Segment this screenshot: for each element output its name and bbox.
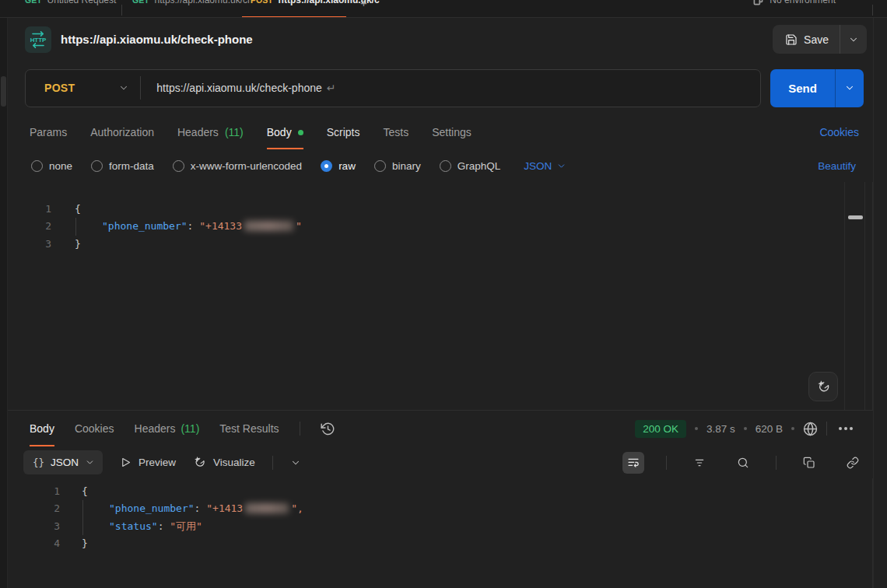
response-header: Body Cookies Headers (11) Test Results 2… [8, 410, 873, 446]
body-type-options: none form-data x-www-form-urlencoded raw… [8, 149, 873, 182]
editor-scrollbar-track[interactable] [844, 182, 865, 410]
response-history-button[interactable] [321, 422, 335, 436]
new-tab-button[interactable]: + [360, 0, 367, 9]
link-icon [847, 457, 859, 469]
response-tab-test-results[interactable]: Test Results [219, 411, 279, 446]
response-toolbar: {} JSON Preview Visualize [8, 446, 873, 478]
save-button[interactable]: Save [773, 33, 840, 46]
send-button[interactable]: Send [770, 82, 835, 95]
language-dropdown[interactable]: JSON [524, 160, 566, 172]
line-number: 4 [8, 535, 60, 552]
request-bar: POST https://api.xiaomu.uk/check-phone ↵… [8, 61, 873, 115]
filter-button[interactable] [689, 452, 710, 474]
return-glyph: ↵ [327, 82, 336, 94]
indent-guide [82, 500, 83, 535]
response-body-editor[interactable]: 1 { 2 "phone_number": "+1413", 3 "status… [8, 478, 873, 588]
response-headers-count: (11) [181, 422, 199, 435]
copy-button[interactable] [798, 452, 820, 474]
radio-x-www-form-urlencoded[interactable]: x-www-form-urlencoded [173, 160, 302, 172]
tab-headers[interactable]: Headers (11) [177, 115, 244, 149]
body-content-dot [298, 130, 303, 135]
sparkle-circle-icon [816, 380, 831, 394]
response-tab-body[interactable]: Body [30, 411, 54, 446]
line-number: 1 [8, 201, 51, 218]
line-number: 2 [8, 500, 60, 517]
request-tab-2[interactable]: GET https://api.xiaomu.uk/ch [132, 0, 253, 5]
view-options-button[interactable] [290, 457, 301, 468]
response-format-dropdown[interactable]: {} JSON [23, 450, 103, 474]
environment-selector[interactable]: No environment [753, 0, 836, 5]
request-title: https://api.xiaomu.uk/check-phone [61, 33, 763, 46]
tab-params[interactable]: Params [30, 115, 67, 149]
divider [826, 422, 827, 436]
editor-scrollbar-thumb[interactable] [848, 215, 863, 219]
panel-resize-handle[interactable] [1, 76, 6, 107]
visualize-button[interactable]: Visualize [193, 456, 255, 469]
request-pane: HTTP https://api.xiaomu.uk/check-phone S… [8, 18, 873, 588]
tab-body[interactable]: Body [267, 115, 303, 149]
play-icon [120, 457, 131, 468]
history-clock-icon [321, 422, 335, 436]
line-number: 3 [8, 518, 60, 535]
headers-count: (11) [225, 126, 244, 138]
radio-circle-selected [321, 160, 332, 172]
tab-title: https://api.xiaomu.uk/ch [155, 0, 253, 5]
input-divider [140, 76, 141, 100]
line-number: 2 [8, 218, 51, 235]
globe-icon [803, 422, 818, 436]
search-button[interactable] [732, 452, 754, 474]
word-wrap-icon [627, 457, 640, 469]
preview-button[interactable]: Preview [120, 457, 176, 468]
tab-scripts[interactable]: Scripts [327, 115, 360, 149]
code-line: 2 "phone_number": "+14133" [8, 218, 872, 235]
radio-graphql[interactable]: GraphQL [440, 160, 501, 172]
topbar-divider [872, 5, 873, 16]
divider [666, 456, 667, 470]
chevron-down-icon [85, 457, 95, 467]
tab-divider [121, 5, 122, 16]
request-tab-1[interactable]: GET Untitled Request [25, 0, 116, 5]
chevron-down-icon [290, 457, 301, 468]
http-request-icon: HTTP [25, 26, 51, 53]
radio-none[interactable]: none [31, 160, 72, 172]
cookies-link[interactable]: Cookies [819, 115, 859, 149]
save-options-button[interactable] [840, 34, 867, 45]
copy-icon [803, 457, 815, 469]
url-text[interactable]: https://api.xiaomu.uk/check-phone [156, 82, 321, 94]
radio-binary[interactable]: binary [374, 160, 421, 172]
tab-title: Untitled Request [47, 0, 117, 5]
tab-settings[interactable]: Settings [432, 115, 472, 149]
radio-form-data[interactable]: form-data [91, 160, 154, 172]
radio-raw[interactable]: raw [321, 160, 356, 172]
method-dropdown-button[interactable] [118, 82, 129, 93]
tab-authorization[interactable]: Authorization [90, 115, 154, 149]
sidebar-collapsed-strip [0, 18, 8, 588]
environment-label: No environment [770, 0, 836, 5]
tab-method-badge: GET [25, 0, 42, 5]
radio-circle [440, 160, 451, 172]
network-info-button[interactable] [803, 422, 818, 436]
save-split-button: Save [773, 25, 867, 54]
request-body-editor[interactable]: 1 { 2 "phone_number": "+14133" 3 } [8, 182, 873, 410]
response-tab-cookies[interactable]: Cookies [75, 411, 114, 446]
tab-tests[interactable]: Tests [383, 115, 408, 149]
share-link-button[interactable] [842, 452, 864, 474]
environment-icon [753, 0, 763, 5]
status-badge: 200 OK [635, 420, 686, 438]
svg-text:HTTP: HTTP [30, 37, 47, 44]
method-dropdown[interactable]: POST [44, 82, 75, 94]
url-input[interactable]: POST https://api.xiaomu.uk/check-phone ↵ [25, 69, 761, 107]
request-header: HTTP https://api.xiaomu.uk/check-phone S… [8, 18, 873, 61]
wrap-lines-button[interactable] [622, 452, 644, 474]
response-tab-headers[interactable]: Headers (11) [135, 411, 200, 446]
radio-circle [91, 160, 103, 172]
response-more-actions-button[interactable] [836, 424, 856, 433]
radio-circle [374, 160, 386, 172]
code-line: 2 "phone_number": "+1413", [8, 500, 872, 517]
beautify-link[interactable]: Beautify [818, 160, 856, 172]
postbot-ai-button[interactable] [808, 372, 838, 401]
redacted-phone-digits [244, 221, 293, 231]
send-options-button[interactable] [836, 82, 864, 93]
code-line: 3 } [8, 236, 872, 253]
line-number: 3 [8, 236, 51, 253]
